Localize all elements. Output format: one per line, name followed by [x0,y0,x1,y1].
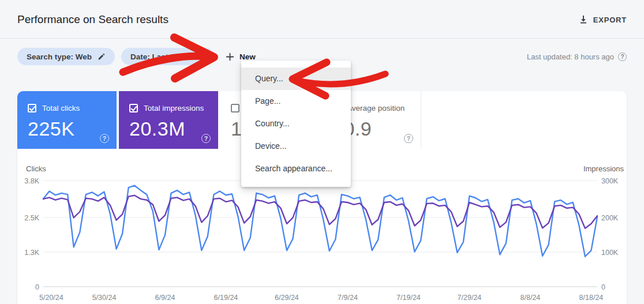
menu-item-country[interactable]: Country... [241,112,351,135]
x-axis-tick: 7/9/24 [338,294,358,302]
right-axis-tick: 200K [601,214,619,222]
total-impressions-card[interactable]: Total impressions 20.3M ? [119,91,218,149]
checkbox-checked-icon[interactable] [28,104,36,112]
x-axis-tick: 5/20/24 [39,294,63,302]
checkbox-checked-icon[interactable] [129,104,138,112]
date-filter-chip-label: Date: Last 3 months [130,52,205,61]
series-total-clicks [43,186,597,257]
x-axis-tick: 8/18/24 [579,294,604,302]
help-icon[interactable]: ? [201,134,211,143]
x-axis-tick: 5/30/24 [92,294,117,302]
export-label: EXPORT [593,16,627,24]
left-axis-tick: 3.8K [24,177,39,185]
header-divider [0,38,644,39]
x-axis-tick: 7/29/24 [458,294,482,302]
help-icon[interactable]: ? [100,134,109,143]
date-filter-chip[interactable]: Date: Last 3 months [121,48,214,65]
search-type-chip[interactable]: Search type: Web [17,48,115,65]
total-clicks-card[interactable]: Total clicks 225K ? [17,91,117,149]
x-axis-tick: 8/8/24 [521,294,541,302]
metric-label: Total clicks [42,104,80,112]
help-icon[interactable]: ? [404,134,413,143]
metric-label: Average position [347,104,405,112]
metric-label: Total impressions [144,104,204,112]
edit-pencil-icon [98,52,106,61]
left-axis-title: Clicks [26,164,46,173]
x-axis-tick: 6/9/24 [155,294,175,302]
plus-icon [226,52,234,61]
search-console-performance-page: { "header": { "title": "Performance on S… [0,0,644,304]
left-axis-tick: 1.3K [24,249,39,257]
right-axis-title: Impressions [583,164,624,173]
search-type-chip-label: Search type: Web [27,52,92,61]
right-axis-tick: 300K [601,177,619,185]
last-updated: Last updated: 8 hours ago ? [527,52,627,61]
page-title: Performance on Search results [17,13,169,26]
export-button[interactable]: EXPORT [579,15,627,24]
x-axis-tick: 7/19/24 [396,294,421,302]
menu-item-search-appearance[interactable]: Search appearance... [241,157,351,180]
download-icon [579,15,588,24]
x-axis-tick: 6/29/24 [275,294,299,302]
last-updated-text: Last updated: 8 hours ago [527,52,614,61]
metric-tiles: Total clicks 225K ? Total impressions 20… [17,91,421,149]
right-axis-tick: 100K [601,249,619,257]
left-axis-tick: 0 [35,283,39,291]
x-axis-tick: 6/19/24 [214,294,238,302]
checkbox-unchecked-icon[interactable] [231,104,239,112]
menu-item-query[interactable]: Query... [241,67,351,90]
new-filter-label: New [239,52,256,61]
right-axis-tick: 0 [601,283,605,291]
left-axis-tick: 2.5K [24,214,39,222]
help-icon[interactable]: ? [618,52,627,61]
menu-item-device[interactable]: Device... [241,135,351,157]
new-filter-menu: Query... Page... Country... Device... Se… [241,61,351,187]
menu-item-page[interactable]: Page... [241,90,351,112]
